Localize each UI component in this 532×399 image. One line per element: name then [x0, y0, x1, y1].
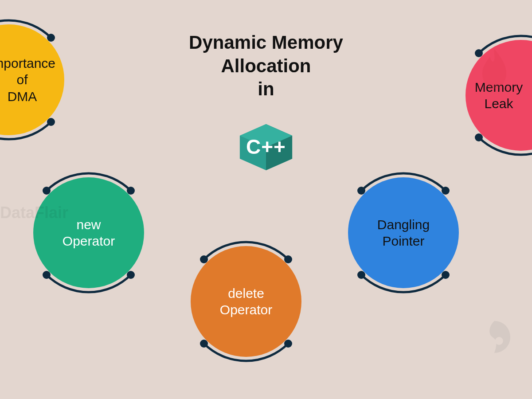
- bubble-text-line: new: [76, 216, 101, 233]
- title-line-2: Allocation: [189, 55, 343, 78]
- bubble-dangling-pointer: Dangling Pointer: [348, 177, 459, 288]
- bubble-new-operator: new Operator: [33, 177, 144, 288]
- bubble-text-line: Pointer: [382, 233, 424, 250]
- bubble-text-line: DMA: [8, 88, 37, 105]
- bubble-text-line: Leak: [484, 95, 513, 112]
- bubble-text-line: Importance: [0, 55, 55, 72]
- watermark-text: DataFlair: [0, 204, 68, 222]
- bubble-circle: Importance of DMA: [0, 24, 64, 135]
- cpp-logo-text: C++: [246, 135, 286, 159]
- svg-point-23: [495, 337, 503, 345]
- bubble-text-line: Operator: [63, 233, 115, 250]
- bubble-delete-operator: delete Operator: [191, 246, 301, 357]
- watermark-logo-icon: [474, 317, 514, 357]
- bubble-circle: delete Operator: [191, 246, 301, 357]
- watermark-flame-icon: [479, 49, 510, 89]
- title-line-3: in: [189, 78, 343, 101]
- svg-point-14: [284, 340, 292, 348]
- bubble-text-line: of: [16, 71, 27, 88]
- svg-point-18: [442, 271, 450, 279]
- title-line-1: Dynamic Memory: [189, 31, 343, 55]
- svg-point-6: [47, 118, 55, 126]
- hexagon-icon: C++: [239, 124, 293, 170]
- bubble-text-line: Operator: [220, 301, 272, 318]
- bubble-importance-dma: Importance of DMA: [0, 24, 64, 135]
- cpp-logo: C++: [239, 124, 293, 170]
- bubble-circle: new Operator: [33, 177, 144, 288]
- bubble-text-line: delete: [228, 285, 264, 302]
- bubble-text-line: Dangling: [377, 216, 430, 233]
- diagram-title: Dynamic Memory Allocation in: [189, 31, 343, 101]
- bubble-circle: Dangling Pointer: [348, 177, 459, 288]
- svg-point-10: [127, 271, 135, 279]
